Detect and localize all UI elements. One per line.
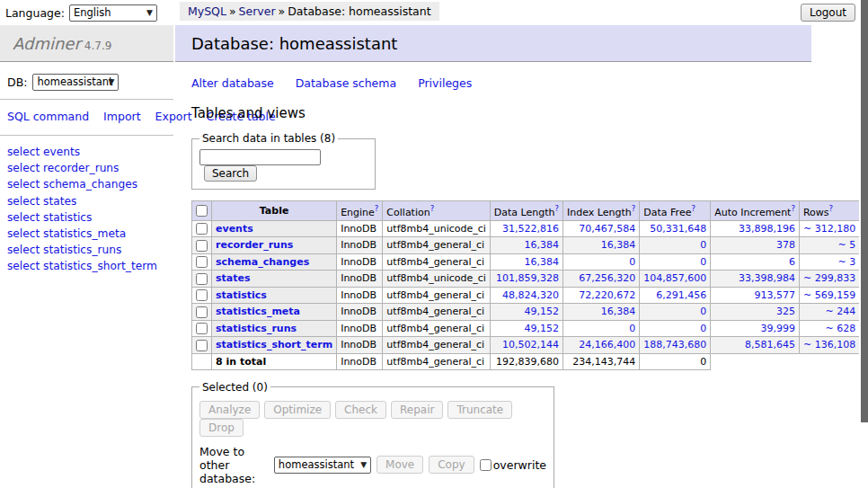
table-name-link[interactable]: statistics_runs <box>216 323 297 334</box>
logout-button[interactable]: Logout <box>801 4 855 22</box>
table-link[interactable]: schema_changes <box>43 178 137 191</box>
table-name-link[interactable]: schema_changes <box>216 256 309 268</box>
help-link[interactable]: ? <box>829 204 834 213</box>
index-length-link[interactable]: 16,384 <box>601 239 636 251</box>
table-link[interactable]: events <box>43 146 80 158</box>
table-name-link[interactable]: recorder_runs <box>216 239 293 251</box>
row-checkbox[interactable] <box>196 273 208 285</box>
select-link[interactable]: select <box>7 178 40 191</box>
row-checkbox[interactable] <box>196 323 208 334</box>
help-link[interactable]: ? <box>430 204 435 213</box>
data-free-link[interactable]: 50,331,648 <box>650 223 706 235</box>
data-length-link[interactable]: 31,522,816 <box>502 223 559 235</box>
table-link[interactable]: statistics_runs <box>43 244 121 256</box>
help-link[interactable]: ? <box>555 204 560 213</box>
auto-increment-link[interactable]: 39,999 <box>760 323 795 334</box>
table-name-link[interactable]: statistics_short_term <box>216 339 332 350</box>
auto-increment-link[interactable]: 33,398,984 <box>739 272 795 284</box>
overwrite-checkbox[interactable] <box>480 459 492 471</box>
row-checkbox[interactable] <box>196 223 208 235</box>
select-link[interactable]: select <box>7 162 40 174</box>
rows-link[interactable]: ~ 628 <box>825 323 855 334</box>
data-free-link[interactable]: 188,743,680 <box>643 339 706 350</box>
select-link[interactable]: select <box>7 244 40 256</box>
auto-increment-link[interactable]: 913,577 <box>754 289 795 301</box>
overwrite-option[interactable]: overwrite <box>480 458 546 472</box>
auto-increment-link[interactable]: 8,581,645 <box>745 339 795 350</box>
data-free-link[interactable]: 0 <box>700 239 706 251</box>
data-length-link[interactable]: 16,384 <box>525 239 560 251</box>
index-length-link[interactable]: 0 <box>629 256 635 268</box>
breadcrumb-link[interactable]: MySQL <box>188 4 226 18</box>
search-button[interactable]: Search <box>204 165 257 182</box>
row-checkbox[interactable] <box>196 289 208 301</box>
data-length-link[interactable]: 16,384 <box>525 256 560 268</box>
index-length-link[interactable]: 24,166,400 <box>579 339 635 350</box>
analyze-button[interactable]: Analyze <box>199 401 260 419</box>
table-link[interactable]: recorder_runs <box>43 162 119 174</box>
copy-button[interactable]: Copy <box>429 456 474 474</box>
select-all-checkbox[interactable] <box>196 205 208 217</box>
index-length-link[interactable]: 70,467,584 <box>579 223 635 235</box>
help-link[interactable]: ? <box>375 204 379 213</box>
table-name-link[interactable]: events <box>216 223 253 235</box>
table-name-link[interactable]: statistics <box>216 289 267 301</box>
auto-increment-link[interactable]: 6 <box>789 256 795 268</box>
row-checkbox[interactable] <box>196 256 208 268</box>
data-length-link[interactable]: 10,502,144 <box>502 339 559 350</box>
db-select[interactable]: homeassistant ▼ <box>32 74 119 91</box>
select-link[interactable]: select <box>7 146 40 158</box>
check-button[interactable]: Check <box>335 401 386 419</box>
drop-button[interactable]: Drop <box>199 419 244 437</box>
move-db-select[interactable]: homeassistant ▼ <box>274 457 371 474</box>
data-length-link[interactable]: 101,859,328 <box>496 272 559 284</box>
truncate-button[interactable]: Truncate <box>447 401 512 419</box>
data-length-link[interactable]: 49,152 <box>525 323 560 334</box>
db-action-link[interactable]: Privileges <box>418 76 472 90</box>
table-name-link[interactable]: statistics_meta <box>216 306 300 317</box>
data-free-link[interactable]: 0 <box>700 256 706 268</box>
db-action-link[interactable]: Alter database <box>191 76 274 90</box>
table-name-link[interactable]: states <box>216 272 251 284</box>
select-link[interactable]: select <box>7 227 40 240</box>
row-checkbox[interactable] <box>196 240 208 252</box>
index-length-link[interactable]: 67,256,320 <box>579 272 635 284</box>
rows-link[interactable]: ~ 569,159 <box>803 289 855 301</box>
data-free-link[interactable]: 0 <box>700 306 706 317</box>
breadcrumb-link[interactable]: Server <box>239 4 276 18</box>
data-free-link[interactable]: 0 <box>700 323 706 334</box>
sidebar-action-link[interactable]: Import <box>103 110 141 123</box>
select-link[interactable]: select <box>7 211 40 224</box>
move-button[interactable]: Move <box>376 456 423 474</box>
table-link[interactable]: statistics_meta <box>43 227 126 240</box>
data-free-link[interactable]: 6,291,456 <box>656 289 706 301</box>
auto-increment-link[interactable]: 325 <box>776 306 795 317</box>
table-link[interactable]: statistics_short_term <box>43 260 157 272</box>
rows-link[interactable]: ~ 299,833 <box>803 272 855 284</box>
app-version[interactable]: 4.7.9 <box>84 40 112 52</box>
index-length-link[interactable]: 16,384 <box>601 306 636 317</box>
select-link[interactable]: select <box>7 195 40 208</box>
repair-button[interactable]: Repair <box>391 401 443 419</box>
rows-link[interactable]: ~ 244 <box>825 306 855 317</box>
scrollbar-thumb[interactable] <box>861 0 868 422</box>
index-length-link[interactable]: 72,220,672 <box>579 289 635 301</box>
db-action-link[interactable]: Database schema <box>296 76 396 90</box>
data-free-link[interactable]: 104,857,600 <box>643 272 706 284</box>
help-link[interactable]: ? <box>791 204 795 213</box>
rows-link[interactable]: ~ 312,180 <box>803 223 855 235</box>
table-link[interactable]: states <box>43 195 76 208</box>
row-checkbox[interactable] <box>196 340 208 351</box>
help-link[interactable]: ? <box>632 204 636 213</box>
auto-increment-link[interactable]: 378 <box>776 239 795 251</box>
table-link[interactable]: statistics <box>43 211 92 224</box>
rows-link[interactable]: ~ 3 <box>837 256 855 268</box>
auto-increment-link[interactable]: 33,898,196 <box>739 223 795 235</box>
language-select[interactable]: English ▼ <box>69 4 157 22</box>
search-input[interactable] <box>199 149 321 165</box>
optimize-button[interactable]: Optimize <box>264 401 331 419</box>
index-length-link[interactable]: 0 <box>629 323 635 334</box>
rows-link[interactable]: ~ 136,108 <box>803 339 855 350</box>
select-link[interactable]: select <box>7 260 40 272</box>
sidebar-action-link[interactable]: SQL command <box>7 110 89 123</box>
